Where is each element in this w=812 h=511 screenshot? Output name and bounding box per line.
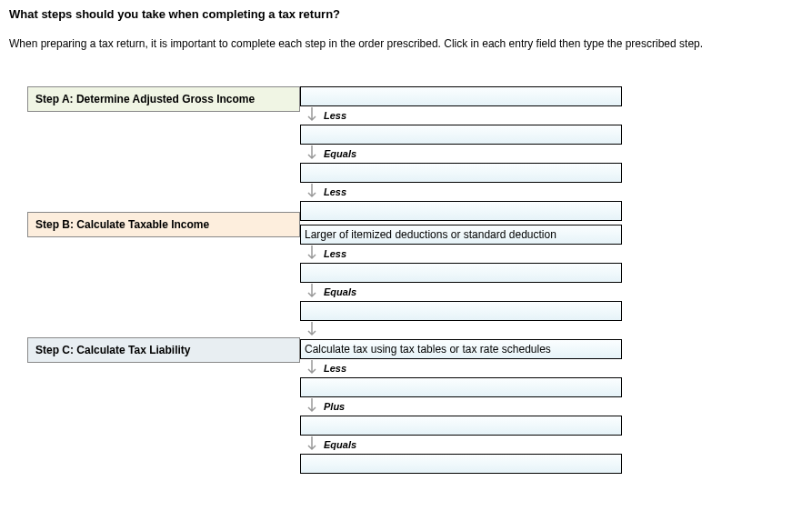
- field-2[interactable]: [300, 125, 622, 145]
- arrow-down-icon: [306, 397, 318, 416]
- field-10[interactable]: [300, 416, 622, 436]
- step-a-label: Step A: Determine Adjusted Gross Income: [27, 86, 300, 112]
- connector-label: Equals: [324, 286, 356, 297]
- field-9[interactable]: [300, 377, 622, 397]
- arrow-down-icon: [306, 359, 318, 377]
- connector-label: Less: [324, 363, 346, 374]
- connector: Less: [300, 183, 627, 201]
- connector-label: Equals: [324, 148, 356, 159]
- arrow-down-icon: [306, 436, 318, 454]
- worksheet-layout: Step A: Determine Adjusted Gross Income …: [9, 86, 803, 474]
- arrow-down-icon: [306, 321, 318, 339]
- step-b-label: Step B: Calculate Taxable Income: [27, 212, 300, 237]
- connector-label: Plus: [324, 401, 345, 412]
- spacer: [9, 237, 300, 337]
- connector-label: Less: [324, 248, 346, 259]
- arrow-down-icon: [306, 106, 318, 125]
- connector: Less: [300, 106, 627, 125]
- field-8[interactable]: [300, 339, 622, 359]
- connector-label: Less: [324, 186, 346, 197]
- step-c-label: Step C: Calculate Tax Liability: [27, 337, 300, 363]
- spacer: [9, 112, 300, 212]
- connector: [300, 321, 627, 339]
- field-6[interactable]: [300, 263, 622, 283]
- connector-label: Less: [324, 110, 346, 121]
- step-labels-column: Step A: Determine Adjusted Gross Income …: [9, 86, 300, 474]
- instructions-text: When preparing a tax return, it is impor…: [9, 37, 803, 50]
- field-5[interactable]: [300, 225, 622, 245]
- arrow-down-icon: [306, 283, 318, 301]
- field-3[interactable]: [300, 163, 622, 183]
- field-7[interactable]: [300, 301, 622, 321]
- connector: Less: [300, 245, 627, 263]
- connector: Equals: [300, 283, 627, 301]
- question-title: What steps should you take when completi…: [9, 7, 803, 21]
- arrow-down-icon: [306, 245, 318, 263]
- field-11[interactable]: [300, 454, 622, 474]
- connector: Less: [300, 359, 627, 377]
- field-4[interactable]: [300, 201, 622, 221]
- fields-column: Less Equals Less Less: [300, 86, 627, 474]
- connector: Equals: [300, 145, 627, 163]
- field-1[interactable]: [300, 86, 622, 106]
- arrow-down-icon: [306, 183, 318, 201]
- connector-label: Equals: [324, 439, 356, 450]
- connector: Plus: [300, 397, 627, 416]
- connector: Equals: [300, 436, 627, 454]
- arrow-down-icon: [306, 145, 318, 163]
